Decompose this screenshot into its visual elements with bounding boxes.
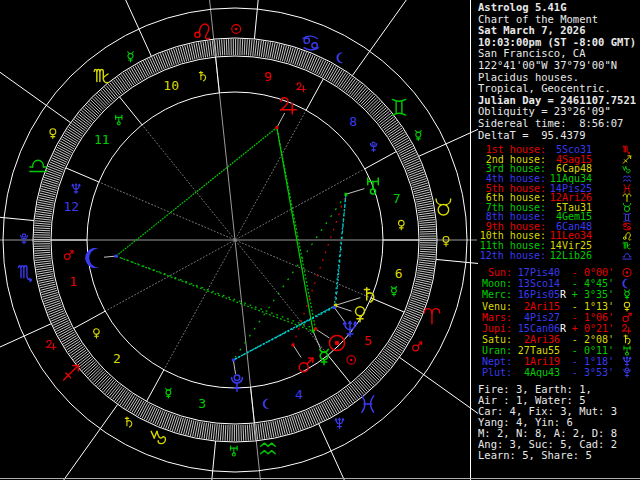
house-boundary-line [371,298,404,312]
capricorn-sign-icon [623,166,630,172]
header-line: Astrolog 5.41G [478,2,634,14]
planet-label: Merc: [478,289,512,300]
planet-pointer-line [334,307,344,321]
house-boundary-line [365,152,397,169]
house-number: 7 [393,191,401,206]
house-cusp-value: 12Lib26 [546,251,592,261]
sign-boundary-line [57,0,151,56]
venus-ruler-icon [443,236,449,246]
libra-sign-icon [623,253,631,259]
planet-position-dot [344,193,347,196]
planet-row: Uran:27Tau55- 0°11' [478,345,634,356]
planet-row: Mars:4Pis27- 1°06' [478,312,634,323]
mars-ruler-icon [413,342,422,351]
house-number: 6 [395,266,403,281]
header-line: Tropical, Geocentric. [478,83,634,95]
planet-pointer-line [104,256,116,257]
planet-pointer-line [346,189,364,195]
planet-declination: - 4°45' [568,278,614,289]
scorpio-sign-icon [18,266,31,282]
planet-label: Jupi: [478,323,512,334]
house-boundary-line [119,97,142,125]
planet-declination: - 1°13' [568,301,614,312]
leo-sign-icon [623,232,630,240]
aquarius-sign-icon [261,443,276,454]
planet-position-value: 15Can06 [512,323,560,334]
planet-declination: - 1°06' [568,312,614,323]
aspect-line-trine [233,194,346,360]
planets-table: Sun:17Pis40- 0°00'Moon:13Sco14- 4°45'Mer… [478,267,634,378]
house-number: 1 [69,274,77,289]
planet-row: Plut:4Aqu43- 3°53' [478,367,634,378]
planet-row: Nept:1Ari19- 1°18' [478,356,634,367]
saturn-house-ruler-icon [199,71,205,81]
venus-planet-icon [624,302,629,311]
venus-ruler-icon [50,129,56,139]
sign-boundary-line [436,259,478,281]
astrolog-window: 123456789101112 Astrolog 5.41GChart of t… [0,0,640,480]
planet-position-value: 16Pis05 [512,289,560,300]
gemini-sign-icon [392,99,405,115]
planet-label: Uran: [478,345,512,356]
aries-sign-icon [424,309,439,324]
leo-sign-icon [195,24,209,39]
house-boundary-line [251,387,255,423]
sign-boundary-line [319,424,413,480]
aries-sign-icon [623,194,631,202]
planet-label: Plut: [478,367,512,378]
sun-ruler-icon [232,25,241,34]
sagittarius-sign-icon [64,365,79,380]
jupiter-ruler-icon [47,340,56,349]
planet-label: Satu: [478,334,512,345]
uranus-ruler-icon [231,446,238,456]
planet-label: Sun: [478,267,512,278]
jupiter-planet-icon [622,324,630,333]
planet-declination: - 3°53' [568,367,614,378]
retrograde-marker: R [560,323,568,334]
uranus-planet-icon [624,346,630,355]
house-number: 9 [264,69,272,84]
planet-position-value: 4Pis27 [512,312,560,323]
cancer-sign-icon [623,223,631,230]
header-line: DeltaT = 95.4379 [478,130,634,142]
planet-declination: + 0°21' [568,323,614,334]
retrograde-marker: R [560,289,568,300]
pisces-sign-icon [362,396,374,412]
moon-ruler-icon [336,53,343,64]
planet-pointer-line [336,298,361,306]
pluto-house-ruler-icon [370,142,376,152]
planet-label: Nept: [478,356,512,367]
natal-wheel-chart: 123456789101112 [0,0,478,480]
houses-table: 1st house:5Sco312nd house:4Sag153rd hous… [478,145,634,260]
aspect-line-trine [116,128,277,257]
house-boundary-line [216,57,220,93]
aspect-line-trine [116,256,313,331]
house-number: 8 [349,114,357,129]
mercury-house-ruler-icon [391,286,396,296]
planet-row: Satu:2Ari36- 2°08' [478,334,634,345]
taurus-sign-icon [436,199,451,215]
planet-pointer-line [335,306,351,311]
mercury-ruler-icon [128,52,134,62]
virgo-sign-icon [623,243,630,250]
virgo-sign-icon [94,69,108,82]
planet-pointer-line [233,360,235,374]
house-label: 12th house: [478,251,546,261]
sign-boundary-line [254,0,276,39]
planet-label: Mars: [478,312,512,323]
planet-declination: + 3°35' [568,289,614,300]
planet-label: Venu: [478,301,512,312]
venus-planet-icon [356,307,365,322]
venus-house-ruler-icon [399,220,405,229]
planet-position-value: 2Ari15 [512,301,560,312]
stats-line: Learn: 5, Share: 5 [478,450,634,461]
planet-position-value: 27Tau55 [512,345,560,356]
planet-row: Merc:16Pis05R+ 3°35' [478,289,634,300]
planet-row: Moon:13Sco14- 4°45' [478,278,634,289]
sign-boundary-line [0,0,71,123]
planet-declination: - 0°11' [568,345,614,356]
planet-position-value: 4Aqu43 [512,367,560,378]
planet-pointer-line [293,345,301,357]
planet-pointer-line [313,331,320,349]
sun-house-ruler-icon [347,356,355,364]
